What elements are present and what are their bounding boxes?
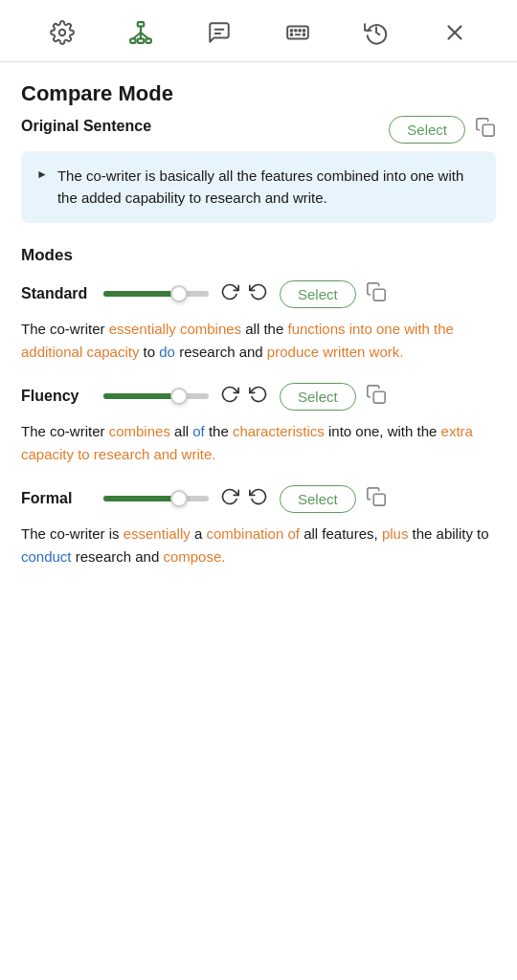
- triangle-icon: ►: [36, 167, 48, 181]
- formal-slider[interactable]: [103, 496, 209, 501]
- standard-mode-name: Standard: [21, 285, 96, 302]
- fluency-slider[interactable]: [103, 393, 209, 399]
- formal-ctrl-icons: [216, 485, 272, 513]
- original-copy-icon[interactable]: [475, 117, 496, 143]
- close-icon[interactable]: [438, 15, 472, 50]
- standard-btn-group: Select: [280, 280, 387, 308]
- page-title: Compare Mode: [21, 81, 496, 106]
- fluency-mode-name: Fluency: [21, 388, 96, 405]
- standard-refresh-icon[interactable]: [216, 280, 243, 308]
- fluency-btn-group: Select: [280, 383, 387, 411]
- main-content: Compare Mode Original Sentence Select ► …: [0, 62, 517, 607]
- comment-icon[interactable]: [202, 15, 236, 50]
- standard-slider-thumb: [170, 285, 188, 302]
- history-icon[interactable]: [359, 15, 393, 50]
- svg-point-22: [303, 30, 305, 32]
- formal-select-button[interactable]: Select: [280, 485, 356, 513]
- svg-point-21: [299, 30, 301, 32]
- formal-slider-thumb: [170, 490, 188, 507]
- standard-select-button[interactable]: Select: [280, 280, 356, 308]
- fluency-refresh-icon[interactable]: [216, 383, 243, 411]
- fluency-slider-thumb: [170, 388, 188, 405]
- gear-icon[interactable]: [45, 15, 79, 50]
- svg-point-20: [295, 30, 297, 32]
- svg-point-19: [291, 30, 293, 32]
- svg-rect-30: [373, 494, 385, 505]
- toolbar: [0, 0, 517, 62]
- formal-mode: Formal: [21, 485, 496, 568]
- standard-undo-icon[interactable]: [245, 280, 272, 308]
- formal-slider-fill: [103, 496, 179, 501]
- original-sentence-header: Original Sentence Select: [21, 116, 496, 144]
- fluency-undo-icon[interactable]: [245, 383, 272, 411]
- standard-copy-icon[interactable]: [366, 281, 387, 307]
- fluency-copy-icon[interactable]: [366, 384, 387, 410]
- fluency-slider-fill: [103, 393, 179, 399]
- standard-mode: Standard: [21, 280, 496, 364]
- fluency-select-button[interactable]: Select: [280, 383, 356, 411]
- fluency-ctrl-icons: [216, 383, 272, 411]
- keyboard-icon[interactable]: [281, 15, 315, 50]
- formal-refresh-icon[interactable]: [216, 485, 243, 513]
- formal-mode-name: Formal: [21, 490, 96, 507]
- formal-copy-icon[interactable]: [366, 486, 387, 512]
- standard-slider[interactable]: [103, 291, 209, 297]
- standard-mode-row: Standard: [21, 280, 496, 308]
- fluency-mode: Fluency: [21, 383, 496, 466]
- standard-ctrl-icons: [216, 280, 272, 308]
- formal-mode-row: Formal: [21, 485, 496, 513]
- formal-undo-icon[interactable]: [245, 485, 272, 513]
- fluency-mode-row: Fluency: [21, 383, 496, 411]
- original-sentence-text: The co-writer is basically all the featu…: [57, 165, 481, 210]
- svg-rect-27: [483, 124, 494, 136]
- svg-point-24: [303, 33, 305, 35]
- svg-point-0: [59, 30, 66, 36]
- standard-slider-fill: [103, 291, 179, 297]
- original-sentence-label: Original Sentence: [21, 118, 151, 135]
- fluency-mode-text: The co-writer combines all of the charac…: [21, 420, 496, 466]
- network-icon[interactable]: [124, 15, 158, 50]
- modes-title: Modes: [21, 246, 496, 265]
- original-select-button[interactable]: Select: [389, 116, 465, 144]
- svg-rect-28: [373, 289, 385, 301]
- formal-btn-group: Select: [280, 485, 387, 513]
- original-btn-group: Select: [389, 116, 496, 144]
- formal-mode-text: The co-writer is essentially a combinati…: [21, 523, 496, 568]
- svg-rect-29: [373, 391, 385, 403]
- original-sentence-box: ► The co-writer is basically all the fea…: [21, 151, 496, 223]
- standard-mode-text: The co-writer essentially combines all t…: [21, 318, 496, 364]
- svg-rect-11: [287, 27, 308, 39]
- svg-point-23: [291, 33, 293, 35]
